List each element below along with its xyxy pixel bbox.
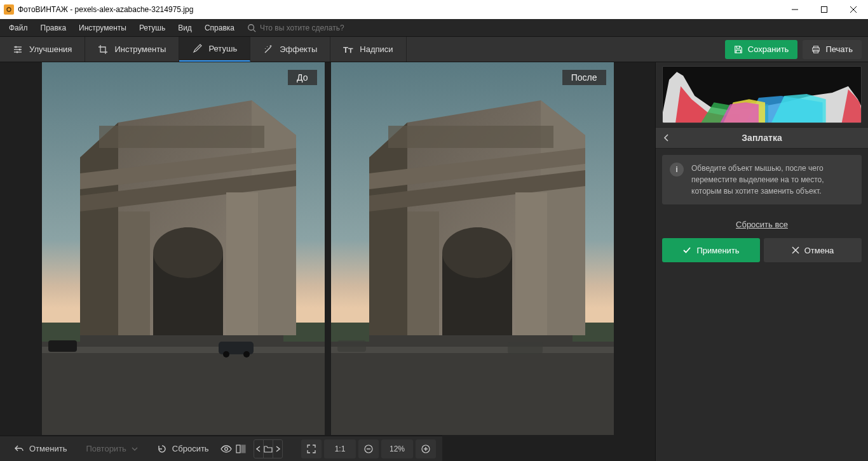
preview-button[interactable]: [220, 439, 232, 458]
before-badge: До: [288, 70, 316, 85]
reset-icon: [157, 444, 167, 454]
reset-all-link[interactable]: Сбросить все: [656, 220, 868, 229]
print-button[interactable]: Печать: [803, 40, 862, 59]
tab-label: Надписи: [360, 44, 393, 54]
window-minimize-button[interactable]: [780, 0, 810, 19]
histogram[interactable]: [662, 66, 862, 123]
svg-rect-20: [42, 347, 325, 353]
menu-search[interactable]: [247, 23, 400, 32]
sliders-icon: [13, 44, 23, 55]
save-icon: [734, 45, 743, 54]
svg-point-10: [15, 46, 17, 48]
reset-label: Сбросить: [172, 444, 209, 453]
svg-point-46: [442, 227, 512, 278]
redo-label: Повторить: [86, 444, 126, 453]
cancel-button[interactable]: Отмена: [764, 238, 862, 262]
zoom-controls: 1:1 12%: [301, 439, 436, 458]
prev-image-button[interactable]: [254, 440, 264, 458]
after-badge: После: [562, 70, 606, 85]
svg-line-13: [265, 47, 271, 53]
text-icon: Tᴛ: [343, 44, 353, 55]
close-icon: [792, 246, 799, 254]
svg-point-5: [248, 24, 254, 30]
svg-rect-39: [331, 323, 369, 342]
tab-retouch[interactable]: Ретушь: [179, 37, 250, 62]
tab-instruments[interactable]: Инструменты: [85, 37, 179, 62]
brush-icon: [192, 44, 202, 54]
photo-after: [331, 62, 614, 435]
svg-marker-42: [369, 123, 407, 335]
image-nav: [254, 439, 283, 458]
next-image-button[interactable]: [273, 440, 283, 458]
menu-tools[interactable]: Инструменты: [72, 21, 133, 35]
folder-icon: [264, 445, 273, 453]
svg-rect-54: [241, 445, 245, 453]
tab-enhancements[interactable]: Улучшения: [0, 37, 85, 62]
svg-text:Tᴛ: Tᴛ: [343, 45, 353, 55]
tab-label: Эффекты: [280, 44, 317, 54]
panel-header: Заплатка: [656, 127, 868, 149]
menu-search-input[interactable]: [260, 23, 400, 32]
photo-before: [42, 62, 325, 435]
svg-rect-49: [388, 126, 553, 148]
plus-icon: [421, 444, 430, 453]
reset-button[interactable]: Сбросить: [149, 439, 217, 458]
menu-retouch[interactable]: Ретушь: [133, 21, 172, 35]
window-maximize-button[interactable]: [810, 0, 839, 19]
svg-point-11: [19, 48, 21, 50]
minus-icon: [364, 444, 373, 453]
menu-edit[interactable]: Правка: [34, 21, 73, 35]
panel-title: Заплатка: [677, 133, 868, 143]
cancel-label: Отмена: [804, 246, 834, 255]
undo-icon: [14, 444, 24, 454]
histogram-graph: [663, 67, 861, 123]
tab-captions[interactable]: Tᴛ Надписи: [330, 37, 406, 62]
tab-label: Улучшения: [29, 44, 72, 54]
app-icon: [4, 4, 14, 15]
apply-label: Применить: [696, 246, 739, 255]
before-image: До: [42, 62, 325, 435]
save-button[interactable]: Сохранить: [725, 40, 798, 59]
zoom-in-button[interactable]: [416, 439, 436, 458]
undo-button[interactable]: Отменить: [6, 439, 74, 458]
svg-rect-29: [118, 211, 150, 335]
svg-rect-51: [508, 342, 543, 354]
panel-back-button[interactable]: [656, 127, 677, 149]
scale-11-button[interactable]: 1:1: [324, 439, 356, 458]
undo-label: Отменить: [29, 444, 67, 453]
fit-icon: [306, 444, 316, 454]
browse-button[interactable]: [264, 440, 273, 458]
window-titlebar: ФотоВИНТАЖ - pexels-alex-azabache-321497…: [0, 0, 868, 19]
chevron-down-icon: [132, 446, 138, 452]
svg-point-35: [243, 351, 250, 357]
panel-info-text: Обведите объект мышью, после чего переме…: [691, 163, 854, 197]
svg-point-0: [7, 8, 11, 11]
compare-icon: [236, 444, 246, 454]
window-close-button[interactable]: [839, 0, 868, 19]
apply-button[interactable]: Применить: [662, 238, 760, 262]
print-label: Печать: [825, 44, 853, 54]
svg-rect-21: [42, 323, 80, 342]
fit-screen-button[interactable]: [301, 439, 322, 458]
tab-label: Ретушь: [208, 44, 237, 53]
svg-rect-31: [99, 126, 264, 148]
panel-info: i Обведите объект мышью, после чего пере…: [662, 155, 862, 204]
menubar: Файл Правка Инструменты Ретушь Вид Справ…: [0, 19, 868, 37]
compare-button[interactable]: [236, 439, 246, 458]
save-label: Сохранить: [748, 44, 789, 54]
menu-help[interactable]: Справка: [198, 21, 241, 35]
svg-marker-24: [80, 123, 118, 335]
bottom-toolbar: Отменить Повторить Сбросить: [0, 436, 442, 461]
zoom-out-button[interactable]: [358, 439, 379, 458]
svg-rect-38: [331, 347, 614, 353]
canvas-area[interactable]: До: [0, 62, 655, 461]
print-icon: [811, 45, 820, 54]
menu-view[interactable]: Вид: [172, 21, 198, 35]
main-tabs: Улучшения Инструменты Ретушь Эффекты Tᴛ …: [0, 37, 868, 62]
redo-button[interactable]: Повторить: [78, 439, 145, 458]
svg-rect-48: [515, 192, 547, 335]
tab-effects[interactable]: Эффекты: [250, 37, 330, 62]
zoom-value[interactable]: 12%: [381, 439, 413, 458]
svg-point-52: [224, 447, 227, 450]
menu-file[interactable]: Файл: [3, 21, 34, 35]
